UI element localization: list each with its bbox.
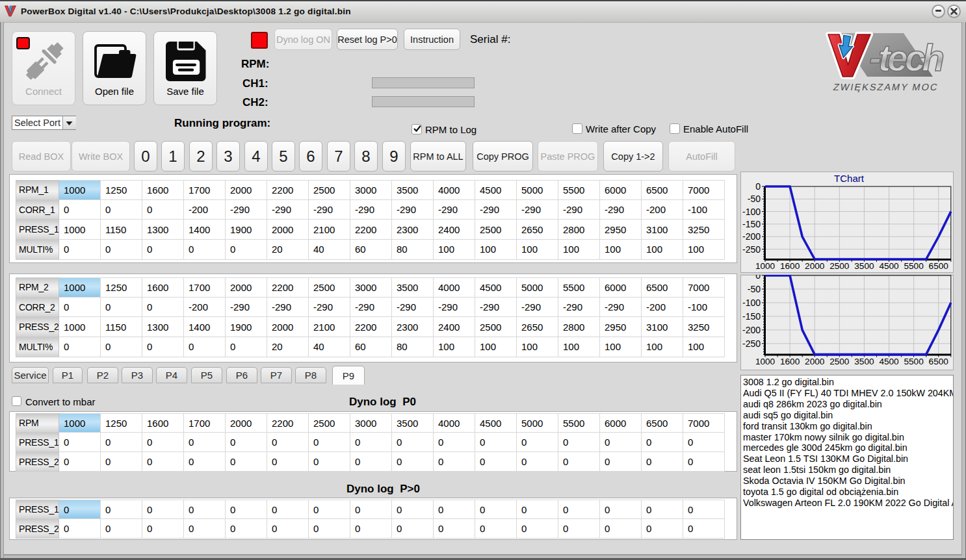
svg-text:4500: 4500 [879, 357, 899, 366]
svg-text:1600: 1600 [780, 261, 800, 271]
svg-text:0: 0 [755, 275, 761, 281]
svg-text:2000: 2000 [805, 357, 825, 366]
svg-text:3500: 3500 [854, 357, 874, 366]
svg-text:5500: 5500 [904, 357, 924, 366]
svg-text:2500: 2500 [829, 357, 850, 366]
svg-text:3500: 3500 [854, 261, 874, 271]
svg-text:-200: -200 [742, 231, 761, 242]
svg-text:-250: -250 [742, 244, 761, 255]
svg-text:1000: 1000 [755, 357, 776, 366]
svg-text:-100: -100 [742, 207, 761, 217]
svg-text:6500: 6500 [929, 357, 949, 366]
svg-text:4500: 4500 [879, 261, 899, 271]
svg-text:TChart: TChart [834, 173, 865, 184]
svg-text:1600: 1600 [780, 357, 800, 366]
svg-text:ZWIĘKSZAMY MOC: ZWIĘKSZAMY MOC [832, 82, 939, 92]
svg-text:-150: -150 [742, 311, 761, 322]
svg-text:2500: 2500 [829, 261, 850, 271]
svg-text:-tech: -tech [869, 37, 943, 79]
svg-text:-50: -50 [748, 284, 761, 294]
svg-text:1000: 1000 [755, 261, 776, 271]
svg-text:-250: -250 [742, 338, 761, 349]
svg-text:-200: -200 [742, 325, 761, 335]
svg-text:0: 0 [755, 181, 761, 192]
svg-text:5500: 5500 [904, 261, 924, 271]
svg-text:-100: -100 [742, 298, 761, 308]
svg-text:2000: 2000 [805, 261, 825, 271]
svg-text:-150: -150 [742, 219, 761, 229]
svg-text:6500: 6500 [929, 261, 949, 271]
svg-text:-50: -50 [748, 194, 761, 204]
